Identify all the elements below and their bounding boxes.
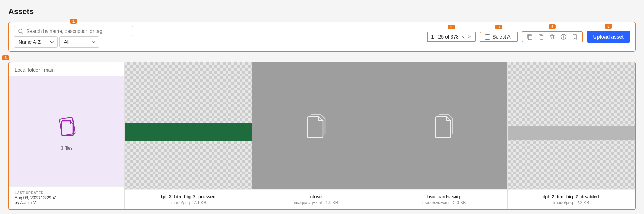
search-icon xyxy=(18,28,23,34)
folder-icon xyxy=(53,112,81,141)
actions-box xyxy=(522,31,583,42)
actions-group: 4 xyxy=(522,31,583,42)
file-placeholder-icon xyxy=(305,114,326,138)
asset-thumbnail xyxy=(380,62,507,189)
assets-grid: Local folder | main xyxy=(9,62,635,209)
annotation-badge-6: 6 xyxy=(2,55,9,60)
annotation-badge-3: 3 xyxy=(495,25,502,29)
gray-overlay xyxy=(252,62,380,189)
filter-dropdown[interactable]: All Images Videos Audio Documents xyxy=(59,36,99,48)
annotation-badge-5: 5 xyxy=(605,24,612,29)
folder-header: Local folder | main xyxy=(9,62,124,76)
asset-info: close image/svg+xml - 1.9 KB xyxy=(252,189,380,209)
folder-card[interactable]: Local folder | main xyxy=(9,62,125,209)
asset-card[interactable]: tpl_2_btn_big_2_pressed image/png - 7.1 … xyxy=(125,62,252,209)
asset-info: tpl_2_btn_big_2_pressed image/png - 7.1 … xyxy=(125,189,252,209)
updated-by: by Admin VT xyxy=(15,200,119,205)
select-all-box[interactable]: Select All xyxy=(480,32,518,42)
delete-icon[interactable] xyxy=(549,34,555,40)
info-icon[interactable] xyxy=(560,34,567,40)
green-bar xyxy=(125,123,252,141)
pagination-text: 1 - 25 of 378 xyxy=(431,34,459,40)
gray-overlay xyxy=(380,62,507,189)
select-all-checkbox[interactable] xyxy=(485,34,490,40)
folder-sub: main xyxy=(44,67,55,73)
file-placeholder-icon xyxy=(433,114,454,138)
asset-info: tpl_2_btn_big_2_disabled image/png - 2.2… xyxy=(508,189,635,209)
asset-card[interactable]: tpl_2_btn_big_2_disabled image/png - 2.2… xyxy=(508,62,635,209)
toolbar: 1 Name A-Z Name Z-A Date Newest Date Old… xyxy=(8,22,636,52)
asset-meta: image/svg+xml - 2.0 KB xyxy=(386,200,502,205)
folder-name: Local folder xyxy=(15,67,40,73)
search-wrapper xyxy=(14,26,133,36)
search-group: 1 Name A-Z Name Z-A Date Newest Date Old… xyxy=(14,26,133,48)
svg-rect-2 xyxy=(528,35,532,40)
asset-thumbnail xyxy=(252,62,380,189)
folder-thumb: 3 files xyxy=(9,76,124,186)
asset-thumbnail xyxy=(125,62,252,189)
folder-separator: | xyxy=(41,67,44,73)
annotation-badge-2: 2 xyxy=(448,25,455,29)
upload-group: 5 Upload asset xyxy=(587,31,630,43)
asset-info: bsc_cards_svg image/svg+xml - 2.0 KB xyxy=(380,189,507,209)
asset-card[interactable]: close image/svg+xml - 1.9 KB xyxy=(252,62,380,209)
asset-name: tpl_2_btn_big_2_pressed xyxy=(130,194,247,199)
asset-name: bsc_cards_svg xyxy=(386,194,502,199)
svg-rect-4 xyxy=(540,36,543,39)
select-all-label: Select All xyxy=(492,34,513,40)
duplicate-icon[interactable] xyxy=(538,34,544,40)
pagination-group: 2 1 - 25 of 378 < > xyxy=(427,32,476,42)
upload-asset-button[interactable]: Upload asset xyxy=(587,31,630,43)
page-title: Assets xyxy=(8,7,636,16)
pagination-next-button[interactable]: > xyxy=(467,34,471,40)
search-input[interactable] xyxy=(26,28,129,34)
asset-name: close xyxy=(258,194,374,199)
assets-grid-wrapper: Local folder | main xyxy=(8,62,636,210)
asset-thumbnail xyxy=(508,62,635,189)
select-all-group: 3 Select All xyxy=(480,32,518,42)
svg-line-1 xyxy=(22,32,23,34)
sort-dropdown[interactable]: Name A-Z Name Z-A Date Newest Date Oldes… xyxy=(14,36,58,48)
annotation-badge-1: 1 xyxy=(70,19,77,24)
pagination-box: 1 - 25 of 378 < > xyxy=(427,32,476,42)
asset-name: tpl_2_btn_big_2_disabled xyxy=(513,194,630,199)
copy-icon[interactable] xyxy=(527,34,533,40)
bookmark-icon[interactable] xyxy=(572,34,578,40)
asset-card[interactable]: bsc_cards_svg image/svg+xml - 2.0 KB xyxy=(380,62,508,209)
asset-meta: image/png - 7.1 KB xyxy=(130,200,247,205)
last-updated-label: LAST UPDATED xyxy=(15,191,119,195)
pagination-prev-button[interactable]: < xyxy=(461,34,465,40)
folder-meta: LAST UPDATED Aug 08, 2023 13:29.41 by Ad… xyxy=(9,186,124,209)
last-updated-value: Aug 08, 2023 13:29.41 xyxy=(15,195,119,200)
asset-meta: image/svg+xml - 1.9 KB xyxy=(258,200,374,205)
gray-bar xyxy=(508,126,635,140)
folder-files-label: 3 files xyxy=(61,145,73,151)
asset-meta: image/png - 2.2 KB xyxy=(513,200,630,205)
annotation-badge-4: 4 xyxy=(549,24,556,29)
